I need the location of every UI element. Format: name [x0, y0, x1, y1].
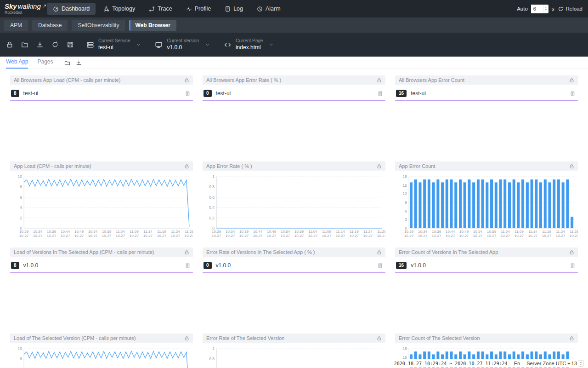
document-icon[interactable] — [570, 91, 576, 97]
svg-text:10-27: 10-27 — [514, 234, 524, 238]
lock-icon[interactable] — [377, 78, 382, 83]
page-code-icon — [224, 41, 232, 49]
svg-text:2: 2 — [20, 216, 22, 220]
card-header: Error Rate of The Selected Version — [203, 334, 385, 343]
lock-icon[interactable] — [569, 164, 574, 169]
zone-value[interactable]: 13 — [571, 361, 577, 366]
svg-text:10:59: 10:59 — [294, 230, 304, 234]
reload-button[interactable]: Reload — [558, 6, 582, 12]
svg-text:10:49: 10:49 — [267, 230, 277, 234]
svg-text:1: 1 — [212, 174, 215, 179]
metric-underline — [395, 272, 578, 273]
current-version-selector[interactable]: Current Version v1.0.0 — [148, 38, 216, 51]
svg-text:11:14: 11:14 — [336, 230, 345, 234]
alarm-icon — [257, 6, 263, 12]
svg-text:10:29: 10:29 — [19, 230, 29, 234]
chart-card: All Browsers App Error Count16test-ui — [395, 75, 578, 156]
auto-unit: s — [552, 6, 554, 12]
svg-text:11:24: 11:24 — [363, 230, 373, 234]
subtab-web-app[interactable]: Web App — [6, 58, 28, 69]
nav-item-alarm[interactable]: Alarm — [251, 3, 287, 15]
svg-text:0.8: 0.8 — [209, 184, 215, 189]
svg-text:11:14: 11:14 — [528, 230, 537, 234]
svg-text:10-27: 10-27 — [294, 234, 304, 238]
top-bar: Skywalking Rocketbot Dashboard Topology … — [0, 0, 588, 17]
card-title: Error Rate of Versions In The Selected A… — [206, 249, 377, 255]
document-icon[interactable] — [570, 263, 576, 269]
tab-database[interactable]: Database — [32, 20, 68, 31]
download-icon[interactable] — [76, 60, 82, 66]
log-icon — [225, 6, 231, 12]
card-header: Load of The Selected Version (CPM - call… — [10, 334, 193, 343]
document-icon[interactable] — [185, 91, 191, 97]
lock-icon[interactable] — [377, 250, 382, 255]
save-button[interactable] — [62, 36, 78, 53]
svg-text:10-27: 10-27 — [542, 234, 552, 238]
svg-text:8: 8 — [20, 356, 22, 361]
interval-stepper[interactable]: ▲▼ — [543, 5, 548, 13]
svg-text:15: 15 — [403, 183, 407, 188]
svg-text:10:29: 10:29 — [404, 230, 414, 234]
logo-text: Sky — [5, 3, 17, 10]
lock-edit-button[interactable] — [2, 36, 17, 53]
lock-icon[interactable] — [184, 336, 189, 341]
document-icon[interactable] — [185, 263, 191, 269]
svg-text:10-27: 10-27 — [226, 234, 235, 238]
svg-text:10:54: 10:54 — [88, 230, 98, 234]
import-button[interactable] — [17, 36, 32, 53]
svg-text:10-27: 10-27 — [556, 234, 565, 238]
svg-text:10:39: 10:39 — [47, 230, 57, 234]
service-icon — [86, 41, 94, 49]
folder-icon[interactable] — [64, 60, 70, 66]
card-title: Error Rate of The Selected Version — [206, 335, 377, 341]
lock-icon[interactable] — [569, 78, 574, 83]
auto-interval-input[interactable] — [531, 5, 543, 13]
subtab-pages[interactable]: Pages — [37, 58, 53, 69]
document-icon[interactable] — [377, 91, 383, 97]
lock-icon[interactable] — [184, 164, 189, 169]
svg-text:0.2: 0.2 — [209, 216, 215, 220]
tab-web-browser[interactable]: Web Browser — [129, 20, 176, 31]
nav-item-dashboard[interactable]: Dashboard — [47, 3, 96, 15]
metric-value-badge: 16 — [396, 90, 407, 97]
nav-item-topology[interactable]: Topology — [97, 3, 141, 15]
chart: 036912151810:2910-2710:3410-2710:3910-27… — [395, 172, 578, 241]
lock-icon[interactable] — [569, 250, 574, 255]
svg-text:10:44: 10:44 — [253, 230, 263, 234]
card-title: Load of The Selected Version (CPM - call… — [14, 335, 184, 341]
svg-text:10: 10 — [18, 174, 23, 179]
metric-row: 8test-ui — [10, 85, 193, 100]
version-icon — [155, 41, 163, 49]
lock-icon[interactable] — [377, 164, 382, 169]
auto-reload-controls: Auto ▲▼ s Reload — [517, 5, 588, 13]
language-selector[interactable]: En — [514, 361, 520, 366]
svg-text:4: 4 — [20, 205, 22, 210]
lock-icon[interactable] — [569, 336, 574, 341]
refresh-button[interactable] — [47, 36, 62, 53]
tab-apm[interactable]: APM — [4, 20, 28, 31]
svg-text:10-27: 10-27 — [404, 234, 414, 238]
tab-selfobservability[interactable]: SelfObservability — [72, 20, 125, 31]
svg-text:10-27: 10-27 — [88, 234, 98, 238]
current-page-selector[interactable]: Current Page index.html — [217, 38, 281, 51]
export-button[interactable] — [32, 36, 47, 53]
svg-text:10:29: 10:29 — [212, 230, 221, 234]
svg-text:10-27: 10-27 — [501, 234, 510, 238]
nav-item-log[interactable]: Log — [219, 3, 249, 15]
lock-icon[interactable] — [184, 78, 189, 83]
nav-item-trace[interactable]: Trace — [143, 3, 178, 15]
nav-item-profile[interactable]: Profile — [180, 3, 217, 15]
chart-area: 024681010:2910-2710:3410-2710:3910-2710:… — [10, 172, 193, 242]
svg-text:10:49: 10:49 — [459, 230, 469, 234]
zone-stepper[interactable]: ▲▼ — [578, 360, 584, 367]
chart-area: 024681010:2910-2710:3410-2710:3910-2710:… — [10, 344, 193, 368]
time-range[interactable]: 2020-10-27 10:29:24 ~ 2020-10-27 11:29:2… — [394, 361, 508, 366]
lock-icon[interactable] — [184, 250, 189, 255]
current-service-selector[interactable]: Current Service test-ui — [79, 38, 148, 51]
card-header: Error Rate of Versions In The Selected A… — [203, 247, 385, 257]
lock-icon[interactable] — [377, 336, 382, 341]
document-icon[interactable] — [377, 263, 383, 269]
card-header: All Browsers App Load (CPM - calls per m… — [10, 75, 193, 85]
svg-text:1: 1 — [212, 346, 215, 351]
chart-card: All Browsers App Load (CPM - calls per m… — [10, 75, 193, 156]
